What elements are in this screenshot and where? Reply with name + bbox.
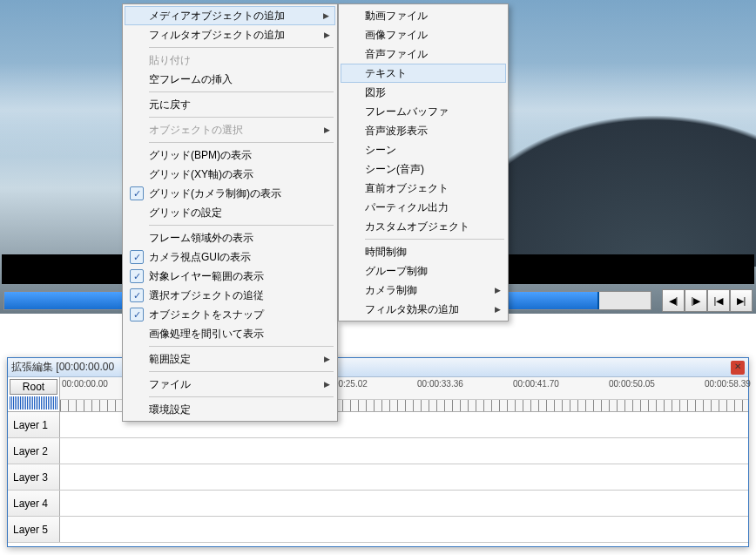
menu-item[interactable]: グリッド(XY軸)の表示 — [125, 165, 335, 184]
audio-waveform — [10, 396, 57, 409]
menu-item[interactable]: メディアオブジェクトの追加▶ — [125, 6, 335, 25]
layer-label[interactable]: Layer 2 — [8, 438, 60, 464]
menu-item[interactable]: カスタムオブジェクト — [341, 217, 506, 236]
transport-controls: ◀| |▶ |◀ ▶| — [662, 289, 753, 312]
menu-item[interactable]: 直前オブジェクト — [341, 179, 506, 198]
menu-item[interactable]: フレームバッファ — [341, 102, 506, 121]
layer-track[interactable] — [60, 464, 748, 490]
menu-separator — [149, 371, 334, 372]
menu-item-label: 図形 — [365, 85, 386, 100]
layer-row: Layer 2 — [8, 438, 748, 464]
menu-item[interactable]: テキスト — [341, 64, 506, 83]
menu-item[interactable]: 環境設定 — [125, 400, 335, 419]
menu-item[interactable]: グリッド(BPM)の表示 — [125, 146, 335, 165]
ruler-tick: 00:00:50.05 — [609, 379, 655, 389]
layer-row: Layer 3 — [8, 464, 748, 491]
menu-item-label: シーン(音声) — [365, 162, 424, 177]
menu-item-label: メディアオブジェクトの追加 — [149, 9, 285, 24]
layer-label[interactable]: Layer 5 — [8, 517, 60, 542]
ruler-tick: 00:00:00.00 — [62, 379, 108, 389]
menu-item-label: 直前オブジェクト — [365, 181, 449, 196]
menu-separator — [149, 91, 334, 92]
menu-item[interactable]: 範囲設定▶ — [125, 349, 335, 369]
menu-item[interactable]: 対象レイヤー範囲の表示✓ — [125, 267, 335, 286]
menu-item[interactable]: 動画ファイル — [341, 6, 506, 25]
menu-item[interactable]: 音声波形表示 — [341, 121, 506, 140]
step-forward-button[interactable]: |▶ — [685, 289, 707, 312]
layer-label[interactable]: Layer 1 — [8, 412, 60, 437]
menu-item-label: オブジェクトをスナップ — [149, 308, 264, 322]
menu-item[interactable]: フィルタオブジェクトの追加▶ — [125, 25, 335, 44]
menu-item-label: カメラ制御 — [365, 283, 417, 298]
menu-item[interactable]: 選択オブジェクトの追従✓ — [125, 286, 335, 305]
layer-row: Layer 1 — [8, 412, 748, 438]
menu-item[interactable]: オブジェクトをスナップ✓ — [125, 305, 335, 324]
menu-separator — [149, 225, 334, 226]
menu-item-label: 画像ファイル — [365, 28, 428, 43]
root-button[interactable]: Root — [10, 379, 57, 395]
menu-item-label: ファイル — [149, 377, 191, 392]
menu-separator — [149, 346, 334, 347]
submenu-media-object: 動画ファイル画像ファイル音声ファイルテキスト図形フレームバッファ音声波形表示シー… — [338, 3, 509, 321]
submenu-arrow-icon: ▶ — [495, 286, 501, 294]
layer-track[interactable] — [60, 438, 748, 464]
submenu-arrow-icon: ▶ — [324, 30, 330, 39]
menu-item-label: 音声波形表示 — [365, 124, 428, 139]
layer-label[interactable]: Layer 4 — [8, 491, 60, 516]
menu-item-label: 貼り付け — [149, 53, 191, 68]
menu-item[interactable]: フレーム領域外の表示 — [125, 228, 335, 247]
submenu-arrow-icon: ▶ — [324, 380, 330, 389]
menu-item: 貼り付け — [125, 51, 335, 70]
menu-item[interactable]: シーン(音声) — [341, 159, 506, 179]
menu-item[interactable]: パーティクル出力 — [341, 198, 506, 217]
menu-item-label: グリッド(XY軸)の表示 — [149, 167, 253, 182]
check-icon: ✓ — [130, 308, 144, 321]
menu-separator — [149, 142, 334, 143]
menu-item-label: グリッド(カメラ制御)の表示 — [149, 186, 281, 201]
menu-item-label: オブジェクトの選択 — [149, 123, 243, 138]
menu-separator — [149, 396, 334, 397]
menu-item[interactable]: グリッド(カメラ制御)の表示✓ — [125, 184, 335, 203]
menu-item-label: 選択オブジェクトの追従 — [149, 288, 264, 303]
layer-label[interactable]: Layer 3 — [8, 464, 60, 490]
menu-item[interactable]: 音声ファイル — [341, 44, 506, 64]
go-end-button[interactable]: ▶| — [730, 289, 753, 312]
menu-item[interactable]: 時間制御 — [341, 242, 506, 261]
context-menu: メディアオブジェクトの追加▶フィルタオブジェクトの追加▶貼り付け空フレームの挿入… — [122, 3, 338, 422]
menu-item[interactable]: グリッドの設定 — [125, 203, 335, 222]
step-back-button[interactable]: ◀| — [662, 289, 685, 312]
submenu-arrow-icon: ▶ — [495, 305, 501, 314]
menu-item[interactable]: 画像ファイル — [341, 25, 506, 44]
menu-item-label: カメラ視点GUIの表示 — [149, 250, 251, 265]
menu-item[interactable]: カメラ視点GUIの表示✓ — [125, 247, 335, 267]
timeline-titlebar[interactable]: 拡張編集 [00:00:00.00 ✕ — [8, 358, 748, 377]
menu-item-label: 画像処理を間引いて表示 — [149, 327, 264, 342]
layer-row: Layer 4 — [8, 491, 748, 517]
menu-item[interactable]: フィルタ効果の追加▶ — [341, 300, 506, 319]
menu-item-label: テキスト — [365, 66, 407, 81]
submenu-arrow-icon: ▶ — [324, 125, 330, 134]
menu-item-label: フィルタ効果の追加 — [365, 302, 459, 317]
menu-item[interactable]: グループ制御 — [341, 261, 506, 281]
layer-track[interactable] — [60, 491, 748, 516]
menu-item-label: 対象レイヤー範囲の表示 — [149, 269, 264, 284]
close-icon[interactable]: ✕ — [731, 361, 745, 375]
menu-item[interactable]: 図形 — [341, 83, 506, 102]
menu-item[interactable]: 元に戻す — [125, 95, 335, 114]
check-icon: ✓ — [130, 250, 144, 264]
menu-item-label: フィルタオブジェクトの追加 — [149, 28, 285, 43]
menu-item[interactable]: カメラ制御▶ — [341, 281, 506, 300]
menu-item-label: フレーム領域外の表示 — [149, 231, 253, 246]
menu-item[interactable]: 画像処理を間引いて表示 — [125, 324, 335, 343]
submenu-arrow-icon: ▶ — [323, 11, 329, 20]
menu-separator — [149, 117, 334, 118]
menu-item[interactable]: 空フレームの挿入 — [125, 70, 335, 89]
layer-track[interactable] — [60, 517, 748, 542]
menu-item-label: 時間制御 — [365, 245, 407, 260]
menu-item[interactable]: シーン — [341, 140, 506, 159]
go-start-button[interactable]: |◀ — [707, 289, 730, 312]
menu-item-label: 動画ファイル — [365, 9, 428, 24]
menu-item-label: 環境設定 — [149, 403, 191, 417]
menu-item[interactable]: ファイル▶ — [125, 375, 335, 394]
menu-item-label: パーティクル出力 — [365, 200, 449, 215]
